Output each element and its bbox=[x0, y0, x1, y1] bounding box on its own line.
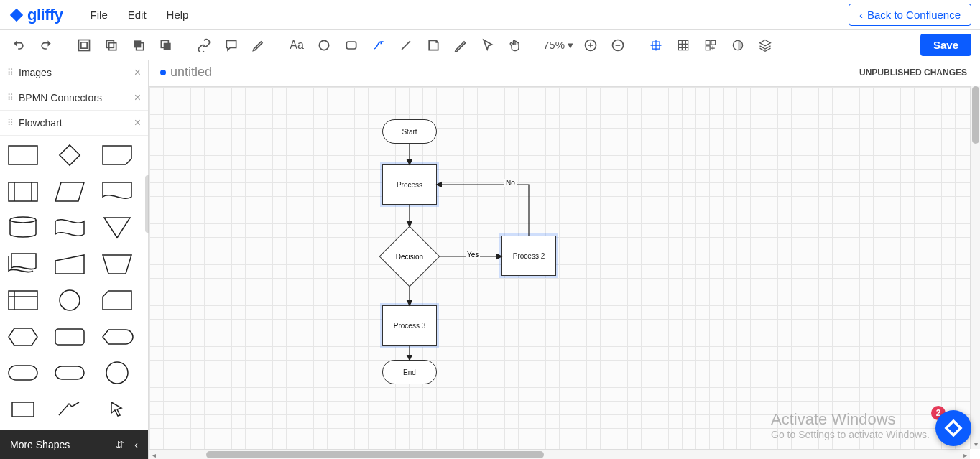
layers-button[interactable] bbox=[755, 35, 775, 55]
undo-button[interactable] bbox=[9, 35, 29, 55]
connectors bbox=[149, 87, 724, 446]
more-shapes-label: More Shapes bbox=[10, 439, 70, 450]
horizontal-scrollbar[interactable]: ◂ ▸ bbox=[149, 449, 970, 459]
svg-rect-27 bbox=[55, 329, 84, 345]
shape-pill[interactable] bbox=[52, 361, 87, 385]
theme-button[interactable] bbox=[728, 35, 748, 55]
zoom-out-button[interactable] bbox=[608, 35, 628, 55]
collapse-icon[interactable]: ‹ bbox=[134, 439, 138, 450]
watermark-sub: Go to Settings to activate Windows. bbox=[771, 429, 930, 440]
freehand-tool-button[interactable] bbox=[450, 35, 471, 55]
text-tool-button[interactable]: Aa bbox=[287, 35, 307, 55]
shape-database[interactable] bbox=[6, 215, 40, 240]
shape-rectangle[interactable] bbox=[6, 143, 40, 167]
node-label: Process bbox=[397, 181, 422, 189]
line-tool-button[interactable] bbox=[396, 35, 416, 55]
pointer-tool-button[interactable] bbox=[478, 35, 498, 55]
shape-parallelogram[interactable] bbox=[52, 180, 87, 204]
shape-multidoc[interactable] bbox=[6, 252, 40, 277]
comment-button[interactable] bbox=[221, 35, 241, 55]
bring-front-button[interactable] bbox=[156, 35, 176, 55]
panel-images[interactable]: ⠿ Images × bbox=[0, 60, 148, 85]
document-title[interactable]: untitled bbox=[170, 65, 212, 80]
gliffy-logo-icon bbox=[9, 7, 24, 23]
note-tool-button[interactable] bbox=[423, 35, 443, 55]
save-button-label: Save bbox=[933, 39, 958, 51]
svg-point-26 bbox=[60, 290, 80, 310]
document-status: UNPUBLISHED CHANGES bbox=[859, 68, 980, 78]
vertical-scrollbar[interactable]: ▾ bbox=[970, 86, 980, 449]
shape-circle[interactable] bbox=[100, 361, 134, 385]
node-decision[interactable]: Decision bbox=[388, 235, 431, 278]
close-icon[interactable]: × bbox=[134, 66, 141, 79]
menu-edit[interactable]: Edit bbox=[128, 9, 147, 21]
svg-point-8 bbox=[319, 40, 328, 50]
app-logo: gliffy bbox=[9, 6, 63, 24]
svg-rect-29 bbox=[55, 366, 84, 379]
scroll-left-icon[interactable]: ◂ bbox=[149, 450, 159, 459]
snap-grid-button[interactable] bbox=[646, 35, 666, 55]
node-end[interactable]: End bbox=[382, 360, 437, 384]
svg-rect-7 bbox=[164, 42, 171, 50]
unsaved-dot-icon bbox=[160, 70, 166, 75]
shape-roundrect[interactable] bbox=[52, 325, 87, 349]
grip-icon: ⠿ bbox=[7, 118, 13, 128]
back-to-confluence-button[interactable]: ‹ Back to Confluence bbox=[849, 4, 971, 26]
redo-button[interactable] bbox=[36, 35, 56, 55]
shape-hexagon[interactable] bbox=[6, 325, 40, 349]
shape-manual-op[interactable] bbox=[100, 252, 134, 277]
link-button[interactable] bbox=[194, 35, 214, 55]
fit-button[interactable] bbox=[74, 35, 94, 55]
scroll-right-icon[interactable]: ▸ bbox=[960, 450, 970, 459]
shape-terminator[interactable] bbox=[6, 361, 40, 385]
pan-tool-button[interactable] bbox=[505, 35, 525, 55]
guides-button[interactable] bbox=[701, 35, 721, 55]
send-back-button[interactable] bbox=[129, 35, 149, 55]
node-process[interactable]: Process bbox=[382, 164, 437, 205]
zoom-in-button[interactable] bbox=[581, 35, 601, 55]
grip-icon: ⠿ bbox=[7, 93, 13, 103]
shape-cursor[interactable] bbox=[100, 397, 134, 422]
roundrect-tool-button[interactable] bbox=[341, 35, 361, 55]
shape-subprocess[interactable] bbox=[6, 180, 40, 204]
connector-tool-button[interactable] bbox=[369, 35, 389, 55]
shape-tape[interactable] bbox=[52, 215, 87, 240]
circle-tool-button[interactable] bbox=[314, 35, 334, 55]
expand-icon[interactable]: ⇵ bbox=[116, 439, 124, 450]
shape-square[interactable] bbox=[6, 397, 40, 422]
menu-help[interactable]: Help bbox=[167, 9, 189, 21]
node-process2[interactable]: Process 2 bbox=[501, 236, 556, 276]
shape-internal-storage[interactable] bbox=[6, 288, 40, 312]
edge-no-label: No bbox=[504, 179, 517, 187]
save-button[interactable]: Save bbox=[920, 34, 971, 56]
shape-connector-circle[interactable] bbox=[52, 288, 87, 312]
copy-button[interactable] bbox=[101, 35, 121, 55]
close-icon[interactable]: × bbox=[134, 116, 141, 129]
scroll-thumb[interactable] bbox=[972, 86, 979, 144]
scroll-down-icon[interactable]: ▾ bbox=[971, 439, 980, 449]
panel-flowchart[interactable]: ⠿ Flowchart × bbox=[0, 111, 148, 136]
scroll-thumb[interactable] bbox=[206, 451, 544, 458]
menu-file[interactable]: File bbox=[91, 9, 108, 21]
close-icon[interactable]: × bbox=[134, 91, 141, 104]
shape-card[interactable] bbox=[100, 288, 134, 312]
shape-triangle-down[interactable] bbox=[100, 215, 134, 240]
canvas[interactable]: Start Process Decision Process 2 Process… bbox=[149, 86, 980, 449]
shape-document[interactable] bbox=[100, 180, 134, 204]
shape-offpage[interactable] bbox=[100, 143, 134, 167]
node-process3[interactable]: Process 3 bbox=[382, 305, 437, 346]
help-fab[interactable] bbox=[935, 410, 971, 446]
edit-pencil-button[interactable] bbox=[249, 35, 269, 55]
shape-diamond[interactable] bbox=[52, 143, 87, 167]
shape-arrow[interactable] bbox=[52, 397, 87, 422]
zoom-dropdown[interactable]: 75% ▾ bbox=[543, 39, 573, 52]
more-shapes-bar[interactable]: More Shapes ⇵ ‹ bbox=[0, 430, 148, 459]
shape-manual-input[interactable] bbox=[52, 252, 87, 277]
node-label: Decision bbox=[388, 235, 431, 278]
grid-button[interactable] bbox=[673, 35, 693, 55]
canvas-wrap: untitled UNPUBLISHED CHANGES Start Proce… bbox=[149, 60, 980, 459]
node-label: Process 2 bbox=[513, 252, 545, 260]
panel-bpmn[interactable]: ⠿ BPMN Connectors × bbox=[0, 85, 148, 111]
shape-display[interactable] bbox=[100, 325, 134, 349]
node-start[interactable]: Start bbox=[382, 119, 437, 144]
